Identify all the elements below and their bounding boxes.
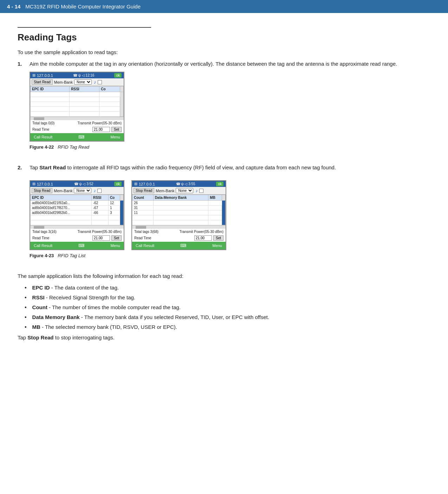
bullet-rssi-bold: RSSI — [32, 294, 45, 300]
screen2-status-right: Transmit Power(05-30 dBm) — [78, 230, 122, 234]
screen3-set-button[interactable]: Set — [213, 235, 223, 241]
screen1-set-button[interactable]: Set — [111, 127, 122, 132]
step-1-number: 1. — [18, 61, 26, 158]
screen3-scrollbar-top — [222, 195, 226, 201]
screen2-col-epcid: EPC ID — [31, 195, 92, 201]
screen3-status-right: Transmit Power(05-30 dBm) — [180, 230, 223, 234]
screen2-col-co: Co — [108, 195, 120, 201]
screen1-empty-row-4 — [31, 107, 124, 112]
screen3-ok-button[interactable]: ok — [216, 182, 223, 186]
step-2-text-before: Tap — [30, 164, 39, 170]
screen3-membank-dropdown[interactable]: None — [176, 188, 193, 193]
bullet-count: Count - The number of times the mobile c… — [25, 304, 430, 311]
intro-text: To use the sample application to read ta… — [18, 49, 430, 55]
screen2-membank-dropdown[interactable]: None — [74, 188, 91, 193]
screen1-vscroll — [120, 92, 124, 117]
screen2-row2-epcid: ad8b04001bdf17f8270... — [31, 206, 92, 210]
step-2-bold: Start Read — [39, 164, 66, 170]
screen2-power-input[interactable] — [92, 235, 110, 241]
bullet-epcid: EPC ID - The data content of the tag. — [25, 285, 430, 291]
figure-22-label: Figure 4-22 — [30, 144, 54, 150]
screen2-membank-label: Mem-Bank — [54, 189, 72, 193]
screen2-table: EPC ID RSSI Co ad8b04001bdf21f92a0... -6… — [30, 195, 124, 225]
screen1-icons: ☎ ψ ◁ 12:16 — [73, 73, 95, 77]
screen3-row2-dmb — [153, 206, 208, 210]
screen1-empty-row-5 — [31, 112, 124, 117]
screen3-note-icon[interactable]: ♪ — [195, 188, 198, 193]
screen1-hscroll-thumb — [34, 117, 44, 120]
screen1-title-left: ⊞ 127.0.0.1 — [32, 73, 53, 78]
screen3-title-left: ⊞ 127.0.0.1 — [134, 182, 155, 186]
screen1-status-icons: ☎ ψ ◁ 12:16 — [73, 73, 95, 77]
screen2-row1-rssi: -62 — [91, 201, 108, 206]
bullet-mb-rest: - The selected memory bank (TID, RSVD, U… — [40, 324, 177, 330]
screen1-ok-button[interactable]: ok — [114, 73, 122, 78]
screen1-menu[interactable]: Menu — [110, 135, 120, 139]
screen1-status-right: Transmit Power(05-30 dBm) — [78, 121, 122, 125]
screen1-logo: ⊞ — [32, 73, 35, 78]
screen2-ok-button[interactable]: ok — [114, 182, 122, 186]
bullet-rssi-text: RSSI - Received Signal Strength for the … — [32, 294, 136, 300]
screen1-checkbox[interactable] — [98, 80, 102, 84]
screen2-note-icon[interactable]: ♪ — [93, 188, 96, 193]
header-bar: 4 - 14 MC319Z RFID Mobile Computer Integ… — [0, 0, 448, 13]
screen3-row2-mb — [208, 206, 222, 210]
screen1-empty-row-3 — [31, 102, 124, 107]
screen3-power-input[interactable] — [194, 235, 212, 241]
tap-stop-read-text: Tap Stop Read to stop interrogating tags… — [18, 334, 430, 340]
screen3-readtime-label: Read Time — [134, 236, 151, 240]
screen1-call-result[interactable]: Call Result — [34, 135, 52, 139]
screen3-col-dmb: Data-Memory Bank — [153, 195, 208, 201]
screen1-membank-label: Mem-Bank — [54, 80, 73, 84]
screen1-input-row: Read Time Set — [30, 126, 124, 133]
screen1-status-left: Total tags 0(0) — [32, 121, 54, 125]
screen2-logo: ⊞ — [32, 182, 35, 186]
screen3-checkbox[interactable] — [199, 189, 203, 193]
screen2-row3-rssi: -66 — [91, 210, 108, 215]
screen3-call-result[interactable]: Call Result — [136, 243, 154, 248]
screen2-toolbar: Stop Read Mem-Bank None ♪ — [30, 187, 124, 195]
bullet-epcid-rest: - The data content of the tag. — [50, 285, 119, 291]
screen3-row-1: 26 — [132, 201, 226, 206]
screen2-empty-row-1 — [31, 215, 124, 220]
screen3-row3-count: 11 — [132, 210, 154, 215]
screen2-set-button[interactable]: Set — [111, 235, 122, 241]
screen2-menu[interactable]: Menu — [110, 243, 120, 248]
screen2-status-left: Total tags 3(16) — [32, 230, 57, 234]
screen3-icons: ☎ ψ ◁ 3:55 — [176, 182, 195, 186]
screen2-status-icons: ☎ ψ ◁ 3:52 — [74, 182, 93, 186]
screen3-footer: Call Result ⌨ Menu — [132, 242, 226, 249]
screen2-row3-epcid: ad8b04001bdf29f82b0... — [31, 210, 92, 215]
bullet-count-text: Count - The number of times the mobile c… — [32, 304, 181, 310]
screen1-col-rssi: RSSI — [70, 86, 99, 92]
screen2-input-row: Read Time Set — [30, 235, 124, 242]
info-intro: The sample application lists the followi… — [18, 273, 430, 279]
screen3-menu[interactable]: Menu — [212, 243, 222, 248]
screen1-keyboard-icon[interactable]: ⌨ — [78, 135, 84, 139]
screen1-start-read-button[interactable]: Start Read — [32, 79, 53, 85]
screen3-status-left: Total tags 3(68) — [134, 230, 158, 234]
screen1-membank-dropdown[interactable]: None — [74, 79, 92, 85]
screen3-vscroll — [222, 201, 226, 225]
screen2-checkbox[interactable] — [97, 189, 102, 193]
screen2-call-result[interactable]: Call Result — [34, 243, 52, 248]
tap-stop-read-bold: Stop Read — [27, 334, 53, 340]
figure-23-title: RFID Tag List — [58, 253, 85, 258]
screen3-stop-read-button[interactable]: Stop Read — [134, 188, 154, 193]
screen3-keyboard-icon[interactable]: ⌨ — [180, 243, 186, 248]
screen1-readtime-label: Read Time — [32, 128, 49, 131]
screen3-row3-dmb — [153, 210, 208, 215]
screen2-stop-read-button[interactable]: Stop Read — [32, 188, 52, 193]
screen2-keyboard-icon[interactable]: ⌨ — [78, 243, 84, 248]
step-2-number: 2. — [18, 164, 26, 267]
screen-1-device: ⊞ 127.0.0.1 ☎ ψ ◁ 12:16 ok Start Read Me… — [30, 72, 124, 142]
screen3-row-2: 31 — [132, 206, 226, 210]
screen3-membank-label: Mem-Bank — [156, 189, 174, 193]
screen1-note-icon[interactable]: ♪ — [94, 79, 96, 85]
screen1-power-input[interactable] — [92, 127, 110, 132]
screen2-row2-rssi: -67 — [91, 206, 108, 210]
screen2-row1-co: 12 — [108, 201, 120, 206]
screen3-input-row: Read Time Set — [132, 235, 226, 242]
screen2-footer: Call Result ⌨ Menu — [30, 242, 124, 249]
bullet-list: EPC ID - The data content of the tag. RS… — [18, 285, 430, 330]
